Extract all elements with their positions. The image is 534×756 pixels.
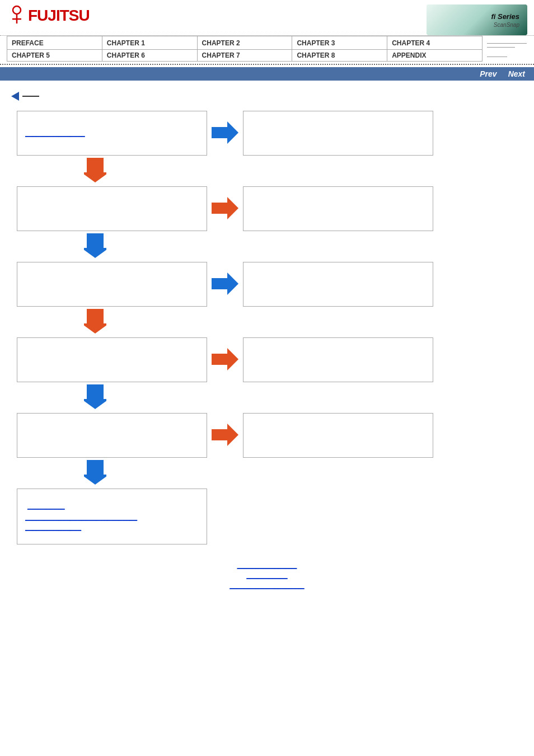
orange-right-arrow-2 — [212, 197, 238, 219]
nav-preface[interactable]: PREFACE — [7, 36, 102, 50]
orange-down-arrow-3 — [84, 309, 106, 334]
bottom-link1[interactable]: ________________ — [237, 561, 297, 569]
down-arrow-4 — [17, 384, 106, 411]
logo-icon — [7, 4, 27, 25]
logo-text: FUJITSU — [28, 7, 90, 25]
last-box-link2[interactable]: ______________________________ — [25, 513, 137, 521]
orange-right-arrow-5 — [212, 424, 238, 446]
flow-box-1: ________________ — [17, 111, 207, 156]
blue-right-arrow-1 — [212, 121, 238, 144]
svg-marker-7 — [212, 273, 238, 295]
flow-box-1-right — [243, 111, 433, 156]
flow-row-5 — [17, 413, 433, 458]
flow-box-2 — [17, 186, 207, 231]
fujitsu-logo: FUJITSU — [7, 4, 90, 27]
orange-down-arrow-1 — [84, 158, 106, 182]
series-sub: ScanSnap — [494, 22, 519, 28]
flow-box-last: __________ _____________________________… — [17, 489, 207, 544]
svg-marker-10 — [84, 384, 106, 409]
last-box-link1[interactable]: __________ — [27, 502, 65, 510]
nav-row-1: PREFACE CHAPTER 1 CHAPTER 2 CHAPTER 3 CH… — [7, 36, 527, 50]
down-arrow-1 — [17, 158, 106, 184]
svg-marker-8 — [84, 309, 106, 334]
bottom-section: ________________ ___________ ___________… — [11, 561, 523, 589]
nav-ch7[interactable]: CHAPTER 7 — [197, 50, 292, 62]
arrow-right-4 — [212, 348, 238, 372]
blue-down-arrow-4 — [84, 384, 106, 409]
svg-marker-6 — [84, 233, 106, 258]
flow-row-1: ________________ — [17, 111, 433, 156]
flow-row-2 — [17, 186, 433, 231]
left-arrow-icon — [11, 92, 19, 101]
flow-row-3 — [17, 262, 433, 307]
nav-table: PREFACE CHAPTER 1 CHAPTER 2 CHAPTER 3 CH… — [7, 36, 527, 62]
svg-marker-3 — [212, 121, 238, 144]
svg-marker-5 — [212, 197, 238, 219]
last-box-line1: __________ — [25, 502, 199, 510]
nav-separator — [0, 64, 534, 65]
orange-right-arrow-4 — [212, 348, 238, 370]
svg-marker-9 — [212, 348, 238, 370]
svg-marker-4 — [84, 158, 106, 182]
flow-box-2-right — [243, 186, 433, 231]
last-box-line3: _______________ — [25, 523, 199, 531]
bottom-link2[interactable]: ___________ — [246, 571, 287, 579]
nav-ch3[interactable]: CHAPTER 3 — [292, 36, 387, 50]
back-line — [22, 96, 39, 97]
nav-ch5[interactable]: CHAPTER 5 — [7, 50, 102, 62]
bottom-line2: ___________ — [11, 571, 523, 579]
fi-series-logo: fi Series ScanSnap — [427, 4, 527, 35]
nav-line-2 — [483, 50, 527, 62]
header: FUJITSU fi Series ScanSnap — [0, 0, 534, 36]
nav-ch4[interactable]: CHAPTER 4 — [387, 36, 483, 50]
arrow-right-1 — [212, 121, 238, 145]
main-content: ________________ — [0, 81, 534, 606]
svg-point-0 — [13, 6, 21, 14]
nav-ch2[interactable]: CHAPTER 2 — [197, 36, 292, 50]
flow-row-4 — [17, 337, 433, 382]
blue-down-arrow-2 — [84, 233, 106, 258]
flow-box-3 — [17, 262, 207, 307]
nav-ch1[interactable]: CHAPTER 1 — [102, 36, 197, 50]
prev-button[interactable]: Prev — [480, 69, 496, 78]
blue-right-arrow-3 — [212, 273, 238, 295]
down-arrow-3 — [17, 309, 106, 335]
blue-down-arrow-5 — [84, 460, 106, 485]
next-button[interactable]: Next — [508, 69, 525, 78]
bottom-line3: ____________________ — [11, 581, 523, 589]
flow-box-5 — [17, 413, 207, 458]
flow-box-1-link[interactable]: ________________ — [25, 129, 199, 137]
down-arrow-2 — [17, 233, 106, 260]
flow-box-3-right — [243, 262, 433, 307]
nav-ch6[interactable]: CHAPTER 6 — [102, 50, 197, 62]
arrow-right-3 — [212, 273, 238, 297]
bottom-link3[interactable]: ____________________ — [229, 581, 304, 589]
flow-diagram: ________________ — [11, 111, 523, 544]
toolbar: Prev Next — [0, 67, 534, 81]
last-box-line2: ______________________________ — [25, 513, 199, 521]
flow-box-4 — [17, 337, 207, 382]
nav-line-1 — [483, 36, 527, 50]
nav-ch8[interactable]: CHAPTER 8 — [292, 50, 387, 62]
flow-box-4-right — [243, 337, 433, 382]
back-arrow[interactable] — [11, 92, 523, 101]
down-arrow-5 — [17, 460, 106, 486]
svg-marker-11 — [212, 424, 238, 446]
series-label: fi Series — [491, 12, 519, 21]
flow-box-5-right — [243, 413, 433, 458]
nav-appendix[interactable]: APPENDIX — [387, 50, 483, 62]
nav-area: PREFACE CHAPTER 1 CHAPTER 2 CHAPTER 3 CH… — [0, 36, 534, 62]
bottom-line1: ________________ — [11, 561, 523, 569]
arrow-right-2 — [212, 197, 238, 221]
arrow-right-5 — [212, 424, 238, 448]
nav-row-2: CHAPTER 5 CHAPTER 6 CHAPTER 7 CHAPTER 8 … — [7, 50, 527, 62]
last-box-link3[interactable]: _______________ — [25, 523, 81, 531]
svg-marker-12 — [84, 460, 106, 485]
